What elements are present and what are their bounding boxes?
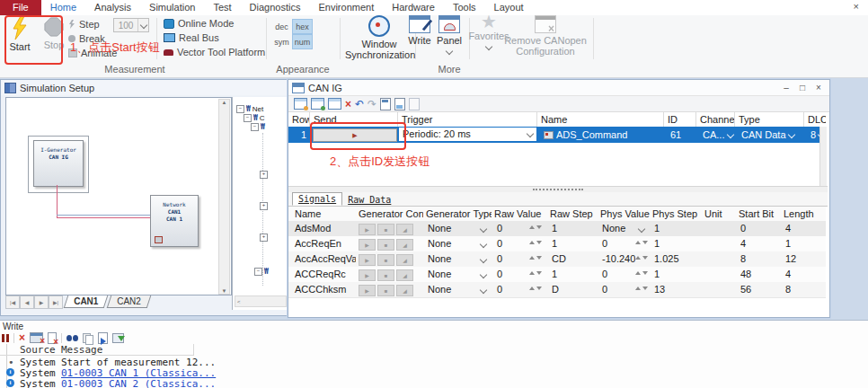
raw-value[interactable]: 0 <box>494 282 527 297</box>
raw-step[interactable]: D <box>549 282 594 297</box>
raw-value[interactable]: 0 <box>494 267 527 282</box>
gen-stop-button[interactable]: ■ <box>377 239 394 251</box>
tree-node-collapsed[interactable]: + <box>260 234 268 242</box>
frame-name-cell[interactable]: ADS_Command <box>540 127 664 143</box>
tab-analysis[interactable]: Analysis <box>85 0 140 15</box>
gen-ramp-button[interactable]: ◢ <box>396 269 413 281</box>
tree-node-networks[interactable]: − ₩ Net <box>236 105 263 113</box>
col-trigger[interactable]: Trigger <box>398 112 537 127</box>
gen-ramp-button[interactable]: ◢ <box>396 224 413 235</box>
undo-icon[interactable]: ↶ <box>355 99 364 110</box>
panel-button[interactable]: Panel <box>431 15 467 57</box>
sig-col-unit[interactable]: Unit <box>702 207 736 221</box>
copy-icon[interactable] <box>83 333 93 343</box>
log-message-link[interactable]: 01-0003 CAN 2 (Classica... <box>61 378 216 388</box>
gen-ramp-button[interactable]: ◢ <box>396 254 413 266</box>
hex-button[interactable]: hex <box>292 19 313 34</box>
maximize-icon[interactable]: □ <box>795 83 810 93</box>
clear-icon[interactable]: × <box>19 333 25 343</box>
can-ig-titlebar[interactable]: CAN IG – □ × <box>288 80 829 96</box>
collapse-icon[interactable]: − <box>236 105 244 113</box>
gen-start-button[interactable]: ▶ <box>359 239 376 251</box>
first-page-icon[interactable]: |◀ <box>5 295 20 309</box>
generator-type-combo[interactable]: None <box>425 251 477 267</box>
raw-value[interactable]: 0 <box>494 236 527 251</box>
export-icon[interactable] <box>409 98 420 110</box>
generator-block[interactable]: I-Generator CAN IG <box>33 140 84 187</box>
collapse-icon[interactable]: − <box>251 123 259 131</box>
raw-value-spinner[interactable] <box>529 241 542 244</box>
phys-value-combo[interactable]: None <box>599 221 635 236</box>
sig-col-name[interactable]: Name <box>292 207 356 221</box>
raw-value[interactable]: 0 <box>494 221 527 236</box>
real-bus-button[interactable]: Real Bus <box>164 32 219 43</box>
step-size-combo[interactable]: 100 <box>113 18 149 32</box>
gen-ramp-button[interactable]: ◢ <box>396 239 413 251</box>
col-name[interactable]: Name <box>537 112 664 127</box>
simulation-setup-titlebar[interactable]: Simulation Setup <box>1 80 288 95</box>
frame-id-cell[interactable]: 61 <box>667 127 696 143</box>
phys-value-spinner[interactable] <box>635 287 648 290</box>
raw-value-spinner[interactable] <box>529 256 542 260</box>
scroll-left-icon[interactable]: < <box>237 299 241 304</box>
phys-value[interactable]: 0 <box>599 282 635 297</box>
next-page-icon[interactable]: ▶ <box>34 295 49 309</box>
phys-value-spinner[interactable] <box>635 256 648 260</box>
col-id[interactable]: ID <box>664 112 696 127</box>
tab-can2[interactable]: CAN2 <box>107 295 151 308</box>
raw-step[interactable]: 1 <box>549 221 594 236</box>
type-combo[interactable]: CAN Data <box>738 127 804 143</box>
raw-value-spinner[interactable] <box>529 287 542 290</box>
sig-col-generator-type[interactable]: Generator Type <box>423 207 492 221</box>
gen-stop-button[interactable]: ■ <box>377 254 394 266</box>
canvas-vertical-scrollbar[interactable]: ▲ ▼ <box>218 99 230 295</box>
trigger-combo[interactable]: Periodic: 20 ms <box>399 128 536 141</box>
generator-type-combo[interactable]: None <box>425 221 477 236</box>
chevron-down-icon[interactable] <box>137 19 148 31</box>
load-log-icon[interactable] <box>98 332 108 344</box>
frame-grid-scrollbar[interactable] <box>819 127 827 186</box>
generator-type-combo[interactable]: None <box>425 282 477 297</box>
load-config-icon[interactable] <box>380 98 391 110</box>
phys-value-spinner[interactable] <box>635 271 648 275</box>
duplicate-frame-icon[interactable] <box>328 98 341 110</box>
delete-icon[interactable]: × <box>345 99 351 110</box>
sig-col-phys-step[interactable]: Phys Step <box>650 207 702 221</box>
tab-test[interactable]: Test <box>204 0 240 15</box>
raw-step[interactable]: CD <box>549 251 594 267</box>
tab-home[interactable]: Home <box>41 0 85 15</box>
raw-step[interactable]: 1 <box>549 267 594 282</box>
raw-value[interactable]: 0 <box>494 251 527 267</box>
signal-row[interactable]: AccAccReqVal ▶ ■ ◢ None 0 CD -10.240 1.0… <box>288 251 826 268</box>
tree-node-network2[interactable]: − ₩ <box>254 268 269 276</box>
raw-value-spinner[interactable] <box>529 225 542 229</box>
tab-environment[interactable]: Environment <box>309 0 383 15</box>
col-channel[interactable]: Channel <box>696 112 735 127</box>
tab-simulation[interactable]: Simulation <box>140 0 204 15</box>
export-log-icon[interactable] <box>112 333 124 343</box>
col-dlc[interactable]: DLC <box>804 112 826 127</box>
prev-page-icon[interactable]: ◀ <box>20 295 34 309</box>
insert-frame-icon[interactable] <box>311 98 324 110</box>
pause-icon[interactable] <box>2 334 9 342</box>
log-row[interactable]: • System Start of measurement 12... <box>0 357 449 367</box>
log-row[interactable]: i System 01-0003 CAN 1 (Classica... <box>0 367 449 378</box>
sig-col-length[interactable]: Length <box>781 207 826 221</box>
gen-stop-button[interactable]: ■ <box>377 224 394 235</box>
generator-type-combo[interactable]: None <box>425 236 477 251</box>
collapse-icon[interactable]: − <box>254 268 262 276</box>
phys-step[interactable]: 1 <box>651 267 698 282</box>
gen-stop-button[interactable]: ■ <box>377 269 394 281</box>
last-page-icon[interactable]: ▶| <box>49 295 63 309</box>
sig-col-raw-value[interactable]: Raw Value <box>492 207 547 221</box>
phys-step[interactable]: 13 <box>651 282 698 297</box>
signal-row[interactable]: AdsMod ▶ ■ ◢ None 0 1 None 1 0 4 <box>288 221 826 237</box>
new-frame-icon[interactable] <box>294 98 307 110</box>
gen-start-button[interactable]: ▶ <box>359 224 376 235</box>
dec-button[interactable]: dec <box>271 19 292 34</box>
sig-col-generator-control[interactable]: Generator Control <box>356 207 423 221</box>
tree-node-can[interactable]: − ₩ C <box>244 114 265 122</box>
raw-value-spinner[interactable] <box>529 271 542 275</box>
tab-can1[interactable]: CAN1 <box>64 295 109 308</box>
vector-tool-platform-button[interactable]: Vector Tool Platform <box>164 47 265 57</box>
